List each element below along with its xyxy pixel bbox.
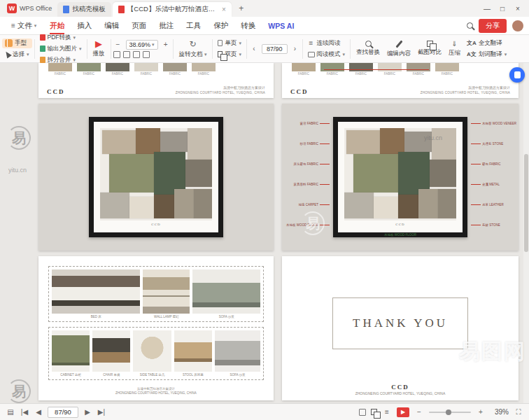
zoom-out-icon[interactable]: − [113, 41, 123, 48]
caption-en: ZHONGNEING COURTYARD HOTEL, YUEQING, CHI… [176, 91, 265, 94]
screenshot-compare-button[interactable]: 截图对比 [414, 39, 445, 58]
zoom-in-icon[interactable]: + [161, 41, 171, 48]
next-page-icon[interactable]: › [290, 45, 300, 52]
fit-page-icon[interactable] [113, 51, 120, 58]
material-swatch [154, 195, 174, 218]
chevron-down-icon: ▾ [79, 46, 82, 52]
close-tab-icon[interactable]: × [222, 6, 226, 13]
single-page-view-icon[interactable] [359, 409, 366, 416]
menu-item[interactable]: 保护 [207, 18, 234, 34]
pdf-page-86[interactable]: FABRICFABRICFABRICFABRICFABRICFABRIC CCD… [282, 63, 519, 98]
pdf-page-89[interactable]: BED 床WALL LAMP 壁灯SOFA 沙发 CABINET 边柜CHAIR… [38, 256, 274, 400]
caption-en: ZHONGNEING COURTYARD HOTEL, YUEQING, CHI… [421, 91, 510, 94]
chevron-down-icon: ▾ [239, 52, 241, 57]
pdf-page-85[interactable]: FABRICFABRICFABRICFABRICFABRICFABRIC CCD… [38, 63, 274, 98]
compress-icon: ⇓ [450, 40, 460, 48]
caption-zh: 乐清中航万怡酒店方案设计 [468, 85, 510, 90]
tab-title: 【CCD】乐清中航万怡酒店方... [127, 5, 218, 14]
close-window-icon[interactable]: × [514, 5, 522, 13]
actual-size-icon[interactable] [133, 51, 140, 58]
select-tool-button[interactable]: 选择 ▾ [2, 50, 32, 59]
find-replace-button[interactable]: 查找替换 [353, 39, 383, 58]
material-annotation: 木地板 WOOD FLOOR [286, 223, 330, 227]
zoom-slider[interactable] [429, 412, 471, 413]
full-screen-icon[interactable] [143, 51, 150, 58]
furniture-label: CABINET 边柜 [52, 373, 90, 377]
page-indicator[interactable]: 87/90 [262, 44, 288, 54]
compress-button[interactable]: ⇓ 压缩 [445, 38, 464, 59]
edit-content-button[interactable]: 编辑内容 [383, 38, 414, 59]
single-page-button[interactable]: 单页 ▾ [215, 38, 244, 48]
hand-tool-button[interactable]: 手型 [2, 38, 32, 48]
menu-item[interactable]: 工具 [180, 18, 207, 34]
avatar[interactable] [512, 20, 523, 31]
pdf-page-88[interactable]: 窗帘 FABRIC纱帘 FABRIC床头硬包 FABRIC家具面料 FABRIC… [282, 104, 519, 251]
double-page-view-icon[interactable] [371, 409, 377, 415]
material-swatch [100, 192, 129, 218]
zoom-in-icon[interactable]: + [476, 408, 486, 416]
page-number-input[interactable] [48, 407, 78, 418]
menu-item[interactable]: WPS AI [262, 19, 300, 33]
continuous-view-icon[interactable]: ≡ [382, 408, 392, 416]
zoom-slider-thumb[interactable] [446, 410, 451, 415]
document-canvas[interactable]: FABRICFABRICFABRICFABRICFABRICFABRIC CCD… [0, 63, 529, 403]
furniture-item: SIDE TABLE 边几 [133, 330, 171, 377]
page-caption: 乐清中航万怡酒店方案设计 ZHONGNEING COURTYARD HOTEL,… [176, 85, 265, 95]
leader-line [471, 184, 481, 185]
file-menu-label: 文件 [17, 21, 32, 31]
thumbnail-panel-icon[interactable]: ▤ [6, 408, 15, 416]
pdf-convert-button[interactable]: PDF转换 ▾ [37, 33, 85, 43]
last-page-icon[interactable]: ▶| [97, 408, 106, 416]
menu-item[interactable]: 插入 [71, 18, 98, 34]
menu-item[interactable]: 转换 [234, 18, 262, 34]
hand-icon [5, 39, 13, 47]
scrollbar-thumb[interactable] [524, 154, 528, 252]
file-menu-button[interactable]: ≡ 文件 ▾ [6, 21, 42, 31]
first-page-icon[interactable]: |◀ [20, 408, 29, 416]
share-button[interactable]: 分享 [479, 19, 507, 33]
full-translate-button[interactable]: 文A 全文翻译 [464, 38, 509, 48]
read-mode-button[interactable]: 阅读模式 ▾ [305, 50, 348, 59]
play-button[interactable]: ▶ 播放 [90, 38, 108, 59]
minimize-icon[interactable]: — [483, 5, 491, 13]
continuous-read-button[interactable]: ≡ 连续阅读 [305, 38, 348, 48]
wps-logo[interactable]: W WPS Office [4, 4, 55, 13]
scrollbar-track[interactable] [523, 63, 529, 403]
material-swatch [418, 189, 439, 218]
menu-item[interactable]: 编辑 [98, 18, 125, 34]
leader-line [471, 164, 481, 164]
zoom-value: 38.69% [129, 41, 151, 48]
thumb-label: FABRIC [198, 72, 209, 76]
material-annotation: 木饰面 WOOD VENEER [471, 122, 516, 125]
material-swatch [102, 130, 136, 154]
next-page-icon[interactable]: ▶ [83, 408, 92, 416]
export-image-button[interactable]: 输出为图片 ▾ [37, 44, 85, 54]
fullscreen-icon[interactable]: ⛶ [514, 408, 523, 416]
rotate-document-button[interactable]: ↻ 旋转文档 ▾ [176, 38, 211, 60]
document-tab[interactable]: 找稿壳模板 [57, 2, 111, 17]
zoom-select[interactable]: 38.69% ▾ [126, 40, 158, 50]
prev-page-icon[interactable]: ‹ [249, 45, 259, 52]
menu-item[interactable]: 页面 [125, 18, 153, 34]
rotate-icon: ↻ [188, 39, 198, 49]
zoom-out-icon[interactable]: − [414, 408, 424, 416]
word-translate-button[interactable]: A文 划词翻译 ▾ [464, 50, 509, 59]
thumb-label: FABRIC [55, 72, 66, 76]
ai-assistant-button[interactable] [509, 67, 525, 83]
material-annotation: 硬包 FABRIC [471, 162, 501, 166]
menu-item[interactable]: 开始 [43, 18, 71, 34]
read-mode-quick-button[interactable]: ▶ [397, 407, 409, 417]
prev-page-icon[interactable]: ◀ [34, 408, 43, 416]
material-swatch [160, 132, 187, 152]
new-tab-button[interactable]: + [236, 4, 247, 13]
menu-item[interactable]: 批注 [153, 18, 180, 34]
read-mode-label: 阅读模式 [317, 50, 341, 59]
pdf-page-87[interactable]: CCD [38, 104, 274, 251]
search-icon[interactable] [467, 22, 473, 29]
maximize-icon[interactable]: □ [498, 5, 507, 13]
pdf-page-90[interactable]: THANK YOU CCD ZHONGNEING COURTYARD HOTEL… [282, 256, 519, 400]
document-tab[interactable]: 【CCD】乐清中航万怡酒店方...× [113, 2, 232, 17]
fit-width-icon[interactable] [123, 51, 130, 58]
double-page-button[interactable]: 双页 ▾ [215, 50, 244, 59]
material-collage [344, 128, 456, 220]
